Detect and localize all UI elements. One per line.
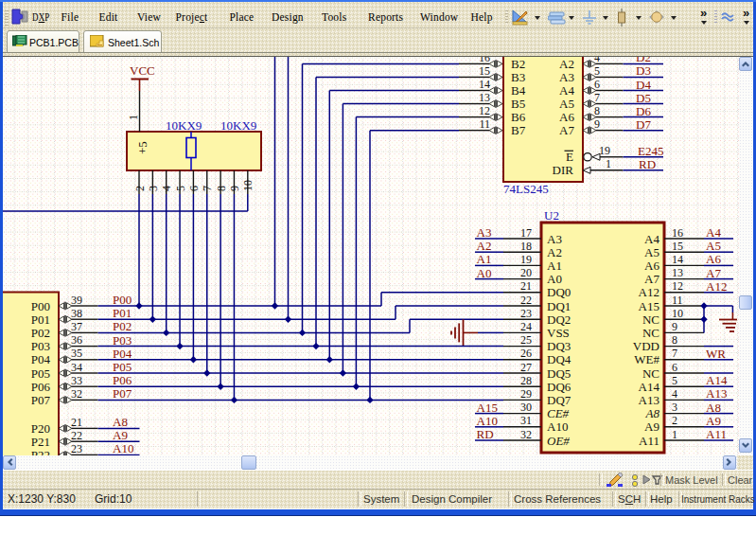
svg-text:NC: NC — [642, 312, 659, 327]
svg-text:2: 2 — [133, 186, 147, 191]
svg-text:P05: P05 — [31, 366, 50, 381]
svg-text:A0: A0 — [477, 266, 492, 280]
svg-text:P04: P04 — [31, 352, 51, 366]
svg-text:A7: A7 — [644, 272, 659, 286]
svg-text:A8: A8 — [113, 415, 128, 429]
svg-text:12: 12 — [672, 279, 683, 293]
svg-text:1: 1 — [606, 157, 611, 170]
svg-text:A2: A2 — [477, 239, 492, 253]
svg-text:22: 22 — [520, 294, 532, 307]
svg-text:A5: A5 — [644, 245, 659, 259]
svg-text:P07: P07 — [113, 386, 132, 401]
svg-text:A15: A15 — [639, 299, 659, 313]
svg-text:12: 12 — [479, 104, 490, 117]
svg-text:A11: A11 — [706, 427, 727, 441]
svg-text:27: 27 — [520, 361, 532, 374]
svg-text:4: 4 — [672, 387, 677, 401]
svg-text:7: 7 — [594, 91, 600, 104]
svg-text:VDD: VDD — [633, 339, 659, 353]
svg-text:8: 8 — [215, 186, 228, 191]
svg-text:6: 6 — [672, 361, 677, 374]
svg-text:9: 9 — [228, 186, 241, 191]
svg-text:A2: A2 — [559, 57, 574, 71]
svg-text:A6: A6 — [644, 259, 659, 273]
svg-text:P06: P06 — [31, 380, 51, 394]
svg-text:+5: +5 — [135, 141, 149, 154]
svg-text:A5: A5 — [706, 239, 721, 253]
svg-text:WE#: WE# — [634, 352, 659, 366]
svg-text:NC: NC — [642, 366, 659, 381]
svg-text:7: 7 — [201, 186, 214, 191]
svg-text:A11: A11 — [639, 434, 659, 448]
svg-text:A3: A3 — [547, 232, 562, 246]
svg-text:P04: P04 — [113, 347, 132, 361]
svg-text:9: 9 — [594, 117, 600, 131]
svg-text:DQ1: DQ1 — [547, 299, 571, 313]
svg-text:P01: P01 — [113, 306, 132, 320]
svg-text:32: 32 — [71, 387, 82, 401]
svg-text:14: 14 — [672, 253, 683, 266]
svg-text:10: 10 — [672, 307, 683, 320]
svg-text:A7: A7 — [706, 266, 721, 280]
svg-text:A1: A1 — [477, 252, 492, 266]
svg-text:4: 4 — [160, 186, 173, 191]
svg-text:9: 9 — [672, 320, 677, 333]
svg-text:6: 6 — [187, 186, 201, 191]
svg-text:A7: A7 — [559, 123, 574, 137]
svg-text:D7: D7 — [636, 117, 651, 132]
svg-text:P05: P05 — [113, 360, 132, 374]
svg-text:DIR: DIR — [553, 163, 574, 177]
svg-text:21: 21 — [520, 279, 532, 293]
svg-text:P22: P22 — [31, 448, 50, 455]
svg-text:A12: A12 — [639, 285, 659, 299]
svg-text:B5: B5 — [511, 97, 525, 111]
svg-text:E: E — [566, 150, 573, 164]
svg-text:6: 6 — [594, 78, 600, 91]
svg-text:DQ5: DQ5 — [547, 366, 571, 381]
svg-text:5: 5 — [672, 374, 677, 387]
svg-text:18: 18 — [520, 240, 532, 253]
svg-text:A9: A9 — [706, 414, 721, 428]
svg-text:A4: A4 — [706, 225, 721, 240]
svg-text:25: 25 — [520, 333, 532, 347]
svg-text:B7: B7 — [511, 123, 526, 137]
svg-text:CE#: CE# — [547, 406, 570, 420]
svg-text:D6: D6 — [636, 104, 651, 118]
svg-text:D5: D5 — [636, 91, 651, 105]
svg-text:P21: P21 — [31, 435, 50, 449]
svg-text:WR: WR — [706, 347, 726, 361]
svg-text:8: 8 — [594, 104, 600, 117]
svg-text:B2: B2 — [511, 57, 525, 71]
svg-text:4: 4 — [594, 57, 600, 64]
svg-text:RD: RD — [477, 427, 494, 441]
svg-text:E245: E245 — [638, 144, 663, 158]
svg-text:U2: U2 — [544, 208, 559, 223]
svg-text:7: 7 — [672, 347, 677, 360]
svg-text:10KX9: 10KX9 — [220, 118, 256, 133]
svg-text:P20: P20 — [31, 421, 50, 436]
svg-text:14: 14 — [479, 78, 490, 91]
svg-text:31: 31 — [520, 414, 532, 427]
svg-text:33: 33 — [71, 374, 82, 387]
svg-text:A13: A13 — [639, 393, 659, 407]
svg-text:RD: RD — [639, 157, 656, 171]
svg-text:23: 23 — [71, 442, 82, 455]
svg-text:35: 35 — [71, 347, 82, 360]
svg-text:10KX9: 10KX9 — [166, 118, 202, 133]
svg-text:P00: P00 — [113, 293, 132, 307]
svg-text:DQ6: DQ6 — [547, 380, 571, 394]
svg-text:A15: A15 — [477, 401, 498, 415]
svg-text:A14: A14 — [639, 380, 660, 394]
svg-text:B4: B4 — [511, 83, 526, 98]
svg-text:19: 19 — [520, 253, 532, 266]
svg-text:A6: A6 — [559, 110, 574, 124]
svg-text:VSS: VSS — [547, 326, 570, 340]
svg-text:23: 23 — [520, 307, 532, 320]
svg-text:29: 29 — [520, 387, 532, 401]
svg-text:D3: D3 — [636, 63, 651, 78]
svg-text:3: 3 — [147, 186, 160, 191]
svg-text:DQ3: DQ3 — [547, 339, 571, 353]
svg-text:VCC: VCC — [130, 63, 155, 78]
svg-text:3: 3 — [672, 401, 677, 414]
svg-text:21: 21 — [71, 416, 82, 429]
